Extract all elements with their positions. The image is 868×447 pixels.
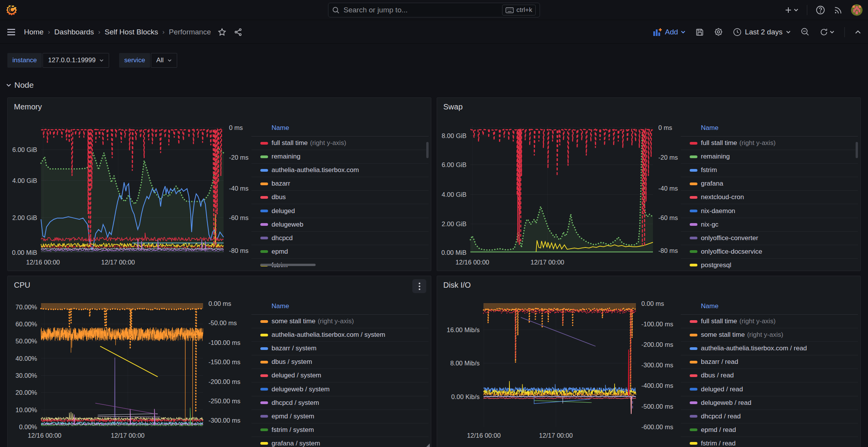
legend-item[interactable]: dbus / system [251, 355, 429, 369]
legend-item[interactable]: nextcloud-cron [681, 191, 858, 204]
panel-title[interactable]: CPU [14, 281, 30, 290]
grafana-logo[interactable] [5, 4, 18, 16]
legend-suffix: (right y-axis) [318, 317, 354, 325]
zoom-out-icon[interactable] [801, 27, 810, 36]
legend-item[interactable]: nix-daemon [681, 204, 858, 218]
time-range-picker[interactable]: Last 2 days [733, 28, 791, 36]
variable-value-dropdown[interactable]: 127.0.0.1:19999 [43, 53, 109, 68]
legend-item[interactable]: epmd [251, 245, 429, 259]
share-icon[interactable] [234, 28, 243, 36]
legend-label: fstrim [701, 166, 717, 174]
legend-item[interactable]: some stall time(right y-axis) [251, 315, 429, 328]
breadcrumb-home[interactable]: Home [24, 28, 44, 36]
legend-item[interactable]: deluged / read [681, 382, 858, 396]
series-blue-diag [534, 399, 590, 404]
legend-item[interactable]: onlyoffice-converter [681, 232, 858, 245]
help-button[interactable] [816, 5, 825, 15]
new-button[interactable] [784, 6, 798, 14]
legend-item[interactable]: authelia-authelia.tiserbox.com / read [681, 342, 858, 355]
legend-item[interactable]: fstrim / read [681, 437, 858, 447]
axis-tick-label: -60 ms [229, 214, 248, 221]
series-pink-dotted [484, 398, 636, 399]
panel-legend: Namefull stall time(right y-axis)remaini… [251, 119, 429, 271]
legend-item[interactable]: delugeweb / system [251, 382, 429, 396]
save-icon[interactable] [695, 28, 704, 36]
variable-value-dropdown[interactable]: All [151, 53, 177, 68]
avatar[interactable] [851, 4, 863, 16]
menu-icon[interactable] [7, 29, 15, 36]
axis-tick-label: -200.00 ms [208, 378, 241, 385]
search-placeholder: Search or jump to... [343, 6, 502, 14]
gear-icon[interactable] [714, 27, 723, 36]
variable-bar: instance 127.0.0.1:19999 service All [7, 53, 177, 68]
axis-tick-label: 4.00 GiB [12, 177, 37, 184]
series-some-stall [484, 308, 636, 390]
panel-title[interactable]: Swap [443, 102, 463, 111]
news-button[interactable] [834, 6, 842, 15]
refresh-button[interactable] [820, 28, 834, 36]
legend-item[interactable]: epmd / system [251, 410, 429, 423]
legend-item[interactable]: some stall time(right y-axis) [681, 328, 858, 342]
chart-memory[interactable]: 0.00 MiB2.00 GiB4.00 GiB6.00 GiB0 ms-20 … [8, 98, 251, 271]
legend-item[interactable]: full stall time(right y-axis) [681, 136, 858, 150]
add-button[interactable]: Add [653, 28, 685, 36]
axis-tick-label: 6.00 GiB [442, 161, 466, 168]
legend-item[interactable]: fstrim [681, 164, 858, 177]
legend-header: Name [251, 119, 429, 136]
legend-h-scrollbar[interactable] [260, 264, 316, 266]
legend-item[interactable]: dhcpcd / system [251, 396, 429, 410]
legend-item[interactable]: authelia-authelia.tiserbox.com / system [251, 328, 429, 342]
legend-label: onlyoffice-converter [701, 234, 758, 242]
legend-item[interactable]: postgresql [681, 259, 858, 271]
legend-item[interactable]: dhcpcd [251, 232, 429, 245]
legend-item[interactable]: epmd / read [681, 423, 858, 437]
legend-item[interactable]: grafana / system [251, 437, 429, 447]
breadcrumb-folder[interactable]: Self Host Blocks [104, 28, 158, 36]
legend-label: some stall time [701, 331, 745, 339]
panel-title[interactable]: Memory [14, 102, 42, 111]
legend-header-name: Name [272, 124, 289, 132]
legend-item[interactable]: onlyoffice-docservice [681, 245, 858, 259]
collapse-icon[interactable] [855, 30, 861, 34]
legend-item[interactable]: delugeweb / read [681, 396, 858, 410]
star-icon[interactable] [218, 28, 226, 36]
legend-item[interactable]: dbus [251, 191, 429, 204]
legend-item[interactable]: authelia-authelia.tiserbox.com [251, 164, 429, 177]
legend-item[interactable]: dhcpcd / read [681, 410, 858, 423]
legend-item[interactable]: remaining [681, 150, 858, 164]
legend-item[interactable]: bazarr / system [251, 342, 429, 355]
search-input[interactable]: Search or jump to... ctrl+k [328, 3, 540, 17]
panel-menu-button[interactable] [412, 279, 426, 293]
legend-scrollbar[interactable] [856, 142, 858, 158]
section-row-node[interactable]: Node [6, 80, 34, 90]
chart-cpu[interactable]: 0.00%10.00%20.00%30.00%40.00%50.00%60.00… [8, 276, 251, 447]
axis-tick-label: -80 ms [229, 247, 248, 254]
legend-item[interactable]: bazarr [251, 177, 429, 191]
legend-item[interactable]: bazarr / read [681, 355, 858, 369]
legend-swatch [690, 415, 697, 418]
legend-swatch [260, 428, 268, 431]
legend-label: bazarr [272, 180, 290, 188]
axis-tick-label: -150.00 ms [208, 358, 241, 365]
legend-item[interactable]: remaining [251, 150, 429, 164]
legend-item[interactable]: deluged [251, 204, 429, 218]
legend-label: nextcloud-cron [701, 193, 744, 201]
legend-scrollbar[interactable] [426, 142, 429, 158]
chart-disk-i-o[interactable]: 0.00 Kib/s8.00 Mib/s16.00 Mib/s0.00 ms-1… [437, 276, 680, 447]
kebab-icon [419, 282, 420, 290]
legend-item[interactable]: full stall time(right y-axis) [681, 315, 858, 328]
chart-swap[interactable]: 0.00 MiB2.00 GiB4.00 GiB6.00 GiB8.00 GiB… [437, 98, 680, 271]
axis-tick-label: 12/16 00:00 [26, 259, 60, 266]
axis-tick-label: 6.00 GiB [12, 146, 37, 153]
legend-item[interactable]: fstrim / system [251, 423, 429, 437]
legend-item[interactable]: nix-gc [681, 218, 858, 232]
panel-title[interactable]: Disk I/O [443, 281, 471, 290]
legend-label: dhcpcd / read [701, 413, 741, 420]
legend-item[interactable]: full stall time(right y-axis) [251, 136, 429, 150]
breadcrumb-dashboards[interactable]: Dashboards [54, 28, 94, 36]
legend-item[interactable]: delugeweb [251, 218, 429, 232]
legend-label: delugeweb [272, 221, 303, 229]
legend-item[interactable]: dbus / read [681, 369, 858, 382]
legend-item[interactable]: deluged / system [251, 369, 429, 382]
legend-item[interactable]: grafana [681, 177, 858, 191]
